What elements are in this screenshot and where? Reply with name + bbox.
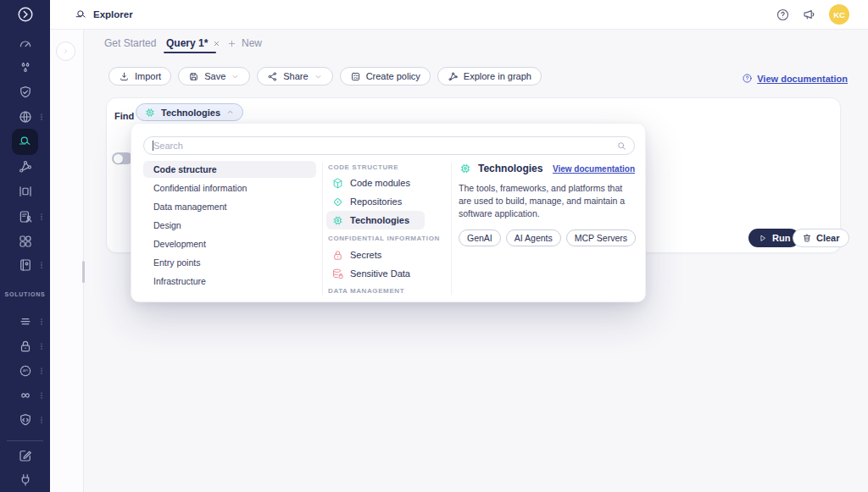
shield-check-icon xyxy=(18,85,33,100)
save-button[interactable]: Save xyxy=(178,67,250,86)
kebab-menu-icon[interactable] xyxy=(37,365,46,377)
sidebar-item-solution-secrets[interactable] xyxy=(0,336,50,357)
create-policy-button[interactable]: Create policy xyxy=(340,67,431,86)
question-circle-icon xyxy=(742,73,753,84)
tab-get-started[interactable]: Get Started xyxy=(104,37,156,49)
explorer-search-icon xyxy=(75,8,87,21)
announcements-button[interactable] xyxy=(802,7,817,22)
sidebar-divider xyxy=(7,440,43,441)
link-label: View documentation xyxy=(757,74,848,84)
entity-label: Repositories xyxy=(350,196,402,207)
grid-apps-icon xyxy=(18,234,33,249)
help-button[interactable] xyxy=(776,8,790,22)
entity-item-sensitive-data[interactable]: Sensitive Data xyxy=(326,264,425,283)
chevron-down-icon xyxy=(231,72,240,81)
sidebar-item-journal[interactable] xyxy=(0,255,50,275)
sidebar-item-solution-appsec[interactable] xyxy=(0,410,50,430)
view-documentation-link[interactable]: View documentation xyxy=(742,73,848,84)
search-field[interactable] xyxy=(143,136,635,155)
sidebar-item-assets[interactable] xyxy=(0,58,50,78)
entity-item-technologies[interactable]: Technologies xyxy=(326,211,425,229)
toggle-knob xyxy=(114,154,123,163)
category-item-data-management[interactable]: Data management xyxy=(143,198,316,215)
close-tab-icon[interactable] xyxy=(213,40,220,47)
category-item-design[interactable]: Design xyxy=(143,217,316,234)
entity-select-dropdown[interactable]: Technologies xyxy=(136,103,243,121)
tag-ai-agents[interactable]: AI Agents xyxy=(506,229,561,246)
category-item-confidential-information[interactable]: Confidential information xyxy=(143,180,316,196)
tag-mcp-servers[interactable]: MCP Servers xyxy=(566,229,636,246)
entity-item-secrets[interactable]: Secrets xyxy=(326,246,425,264)
category-item-entry-points[interactable]: Entry points xyxy=(143,254,316,271)
sidebar-item-web[interactable] xyxy=(0,107,50,127)
tag-genai[interactable]: GenAI xyxy=(459,229,501,246)
category-item-development[interactable]: Development xyxy=(143,235,316,252)
kebab-menu-icon[interactable] xyxy=(37,340,46,352)
kebab-menu-icon[interactable] xyxy=(37,259,46,271)
sidebar-item-dashboard[interactable] xyxy=(0,34,50,54)
entity-label: Code modules xyxy=(350,178,410,188)
sidebar-item-integrations[interactable] xyxy=(0,470,50,490)
resize-handle[interactable] xyxy=(82,261,85,283)
search-icon xyxy=(616,141,627,152)
button-label: Explore in graph xyxy=(464,71,531,81)
share-icon xyxy=(267,71,278,82)
tab-new[interactable]: New xyxy=(227,37,262,49)
svg-text:API: API xyxy=(22,369,27,373)
entity-detail-pane: Technologies View documentation The tool… xyxy=(459,162,635,246)
category-item-infrastructure[interactable]: Infrastructure xyxy=(143,273,316,290)
sidebar-item-reports[interactable] xyxy=(0,207,50,227)
entity-item-repositories[interactable]: Repositories xyxy=(326,192,425,211)
category-item-code-structure[interactable]: Code structure xyxy=(143,161,316,178)
button-label: Import xyxy=(135,71,161,81)
column-divider xyxy=(322,163,323,295)
find-label: Find xyxy=(114,107,134,124)
share-button[interactable]: Share xyxy=(257,67,332,86)
chip-icon xyxy=(459,162,472,175)
question-circle-icon xyxy=(776,8,790,22)
sidebar: SOLUTIONS API xyxy=(0,0,50,492)
expand-panel-button[interactable] xyxy=(56,41,75,61)
entity-label: Sensitive Data xyxy=(350,268,410,279)
avatar[interactable]: KC xyxy=(829,4,849,25)
trash-icon xyxy=(802,233,812,243)
kebab-menu-icon[interactable] xyxy=(37,211,46,223)
gauge-icon xyxy=(18,36,33,52)
kebab-menu-icon[interactable] xyxy=(37,316,46,328)
app-window: SOLUTIONS API xyxy=(0,0,868,492)
search-input[interactable] xyxy=(153,137,610,154)
database-lock-icon xyxy=(331,268,344,280)
active-tab-underline xyxy=(164,52,216,53)
sidebar-item-apps[interactable] xyxy=(0,231,50,252)
entity-detail-title: Technologies xyxy=(478,163,542,174)
sidebar-item-stage[interactable] xyxy=(0,181,50,202)
repository-diamond-icon xyxy=(331,196,344,208)
explore-in-graph-button[interactable]: Explore in graph xyxy=(437,67,542,86)
kebab-menu-icon[interactable] xyxy=(37,414,46,426)
import-button[interactable]: Import xyxy=(108,67,171,86)
entity-view-documentation-link[interactable]: View documentation xyxy=(553,164,635,174)
button-label: Save xyxy=(204,71,225,81)
app-logo-icon[interactable] xyxy=(0,3,50,25)
sidebar-item-solution-stack[interactable] xyxy=(0,312,50,332)
download-icon xyxy=(119,71,130,82)
sidebar-item-graph[interactable] xyxy=(0,157,50,177)
kebab-menu-icon[interactable] xyxy=(37,390,46,401)
explorer-search-icon xyxy=(18,135,32,149)
entity-item-code-modules[interactable]: Code modules xyxy=(326,174,425,192)
group-header-code-structure: CODE STRUCTURE xyxy=(328,163,447,171)
sidebar-item-explorer-active[interactable] xyxy=(12,129,38,155)
tab-query-1[interactable]: Query 1* xyxy=(166,37,220,49)
chevron-up-icon xyxy=(225,108,235,117)
sidebar-item-solution-devops[interactable] xyxy=(0,385,50,406)
sidebar-item-solution-api[interactable]: API xyxy=(0,361,50,381)
sidebar-item-compliance[interactable] xyxy=(0,82,50,102)
selected-entity-label: Technologies xyxy=(161,108,220,118)
sidebar-item-feedback[interactable] xyxy=(0,445,50,466)
entity-description: The tools, frameworks, and platforms tha… xyxy=(459,182,635,221)
button-label: Run xyxy=(772,233,790,243)
clear-button[interactable]: Clear xyxy=(793,229,849,247)
tab-label: Query 1* xyxy=(166,37,208,49)
policy-icon xyxy=(350,71,361,82)
kebab-menu-icon[interactable] xyxy=(37,111,46,123)
